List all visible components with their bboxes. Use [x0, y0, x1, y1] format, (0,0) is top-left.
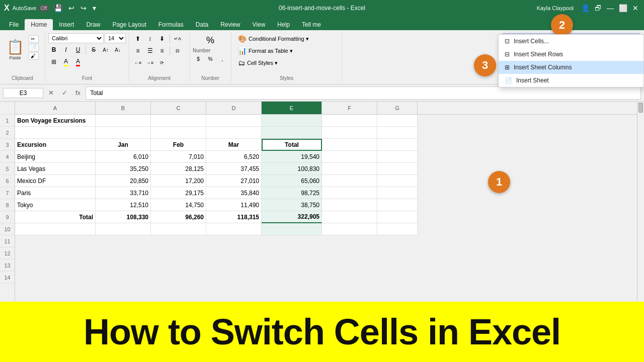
insert-function-button[interactable]: fx [72, 88, 84, 98]
cell-c7[interactable]: 29,175 [151, 187, 206, 199]
cell-a5[interactable]: Las Vegas [15, 163, 96, 175]
wrap-text-button[interactable]: ↵A [172, 33, 183, 44]
cell-e8[interactable]: 38,750 [262, 199, 322, 211]
percent-button[interactable]: % [206, 35, 214, 46]
col-header-c[interactable]: C [151, 102, 206, 114]
orientation-button[interactable]: ⟳ [156, 57, 168, 68]
cell-g9[interactable] [377, 211, 418, 223]
insert-sheet-item[interactable]: 📄 Insert Sheet [499, 74, 643, 87]
cell-g2[interactable] [377, 127, 418, 139]
cut-button[interactable]: ✂ [29, 35, 39, 43]
row-num-14[interactable]: 14 [0, 272, 15, 284]
cell-g5[interactable] [377, 163, 418, 175]
cell-c5[interactable]: 28,125 [151, 163, 206, 175]
cell-d1[interactable] [206, 115, 262, 127]
indent-increase-button[interactable]: →≡ [144, 57, 155, 68]
cell-d3[interactable]: Mar [206, 139, 262, 151]
format-as-table-button[interactable]: 📊 Format as Table ▾ [234, 45, 312, 56]
cell-a6[interactable]: Mexico DF [15, 175, 96, 187]
redo-button[interactable]: ↪ [79, 4, 88, 12]
cell-e5[interactable]: 100,830 [262, 163, 322, 175]
cell-d9[interactable]: 118,315 [206, 211, 262, 223]
cell-f1[interactable] [322, 115, 377, 127]
cell-a3[interactable]: Excursion [15, 139, 96, 151]
cell-b8[interactable]: 12,510 [96, 199, 151, 211]
minimize-button[interactable]: — [605, 4, 615, 12]
cell-g3[interactable] [377, 139, 418, 151]
undo-button[interactable]: ↩ [67, 4, 76, 12]
cell-c1[interactable] [151, 115, 206, 127]
cell-f9[interactable] [322, 211, 377, 223]
cell-e3[interactable]: Total [262, 139, 322, 151]
font-name-select[interactable]: Calibri [48, 33, 104, 43]
scrollbar-thumb[interactable] [638, 103, 643, 113]
increase-font-button[interactable]: A↑ [100, 44, 111, 55]
borders-button[interactable]: ⊞ [48, 56, 59, 67]
cell-g10[interactable] [377, 223, 418, 235]
row-num-7[interactable]: 7 [0, 187, 15, 199]
row-num-9[interactable]: 9 [0, 211, 15, 223]
row-num-2[interactable]: 2 [0, 127, 15, 139]
cell-e7[interactable]: 98,725 [262, 187, 322, 199]
cell-c2[interactable] [151, 127, 206, 139]
cell-g1[interactable] [377, 115, 418, 127]
tab-tellme[interactable]: Tell me [296, 19, 327, 30]
account-icon[interactable]: 👤 [580, 4, 591, 12]
cell-e10[interactable] [262, 223, 322, 235]
font-color-button[interactable]: A [72, 56, 84, 67]
cell-a7[interactable]: Paris [15, 187, 96, 199]
cell-e9[interactable]: 322,905 [262, 211, 322, 223]
cell-b5[interactable]: 35,250 [96, 163, 151, 175]
cell-g4[interactable] [377, 151, 418, 163]
copy-button[interactable]: 📄 [29, 44, 39, 51]
cell-d6[interactable]: 27,010 [206, 175, 262, 187]
cell-b2[interactable] [96, 127, 151, 139]
cell-d10[interactable] [206, 223, 262, 235]
cell-f10[interactable] [322, 223, 377, 235]
cell-b9[interactable]: 108,330 [96, 211, 151, 223]
col-header-d[interactable]: D [206, 102, 262, 114]
cell-b6[interactable]: 20,850 [96, 175, 151, 187]
tab-draw[interactable]: Draw [80, 19, 106, 30]
decrease-font-button[interactable]: A↓ [112, 44, 123, 55]
font-size-select[interactable]: 14 [105, 33, 126, 43]
cell-a10[interactable] [15, 223, 96, 235]
tab-formulas[interactable]: Formulas [152, 19, 190, 30]
cell-f2[interactable] [322, 127, 377, 139]
row-num-6[interactable]: 6 [0, 175, 15, 187]
cell-f6[interactable] [322, 175, 377, 187]
cancel-formula-button[interactable]: ✕ [45, 88, 57, 98]
tab-home[interactable]: Home [25, 19, 53, 30]
currency-button[interactable]: $ [193, 53, 204, 64]
cell-b4[interactable]: 6,010 [96, 151, 151, 163]
align-right-button[interactable]: ≡ [156, 45, 168, 56]
cell-g6[interactable] [377, 175, 418, 187]
align-bottom-button[interactable]: ⬇ [156, 33, 168, 44]
cell-d5[interactable]: 37,455 [206, 163, 262, 175]
cell-d2[interactable] [206, 127, 262, 139]
formula-input[interactable] [86, 86, 641, 100]
row-num-10[interactable]: 10 [0, 223, 15, 235]
row-num-11[interactable]: 11 [0, 235, 15, 247]
cell-b7[interactable]: 33,710 [96, 187, 151, 199]
cell-d8[interactable]: 11,490 [206, 199, 262, 211]
tab-data[interactable]: Data [190, 19, 214, 30]
conditional-formatting-button[interactable]: 🎨 Conditional Formatting ▾ [234, 33, 312, 44]
cell-a9[interactable]: Total [15, 211, 96, 223]
cell-c10[interactable] [151, 223, 206, 235]
col-header-a[interactable]: A [15, 102, 96, 114]
tab-view[interactable]: View [247, 19, 272, 30]
bold-button[interactable]: B [48, 44, 59, 55]
cell-f7[interactable] [322, 187, 377, 199]
align-middle-button[interactable]: ↕ [144, 33, 155, 44]
cell-c3[interactable]: Feb [151, 139, 206, 151]
strikethrough-button[interactable]: S [88, 44, 99, 55]
italic-button[interactable]: I [60, 44, 71, 55]
cell-e2[interactable] [262, 127, 322, 139]
row-num-13[interactable]: 13 [0, 259, 15, 272]
cell-e6[interactable]: 65,060 [262, 175, 322, 187]
row-num-4[interactable]: 4 [0, 151, 15, 163]
cell-f4[interactable] [322, 151, 377, 163]
tab-help[interactable]: Help [271, 19, 296, 30]
align-left-button[interactable]: ≡ [132, 45, 143, 56]
